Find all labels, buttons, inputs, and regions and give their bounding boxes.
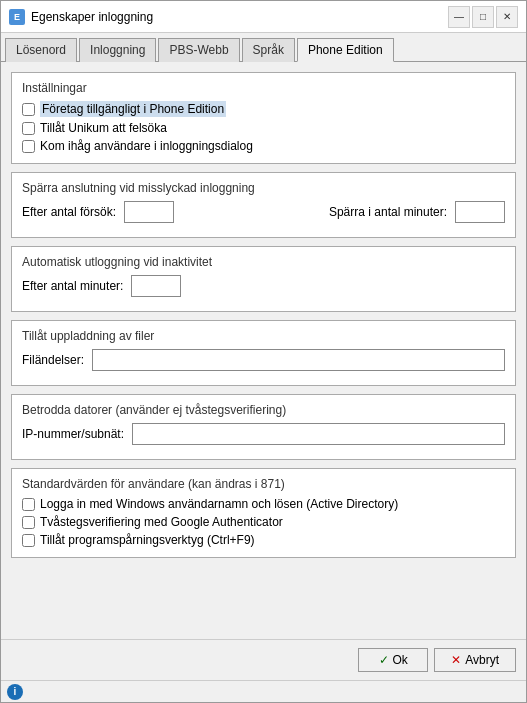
upload-title: Tillåt uppladdning av filer [22, 329, 505, 343]
title-controls: — □ ✕ [448, 6, 518, 28]
tab-inloggning[interactable]: Inloggning [79, 38, 156, 62]
upload-row: Filändelser: [22, 349, 505, 371]
after-attempts-input[interactable] [124, 201, 174, 223]
settings-title: Inställningar [22, 81, 505, 95]
checkbox-2fa-label: Tvåstegsverifiering med Google Authentic… [40, 515, 283, 529]
checkbox-row-debug: Tillåt programspårningsverktyg (Ctrl+F9) [22, 533, 505, 547]
content-area: Inställningar Företag tillgängligt i Pho… [1, 62, 526, 639]
cancel-label: Avbryt [465, 653, 499, 667]
app-icon: E [9, 9, 25, 25]
cancel-button[interactable]: ✕ Avbryt [434, 648, 516, 672]
checkbox-ad[interactable] [22, 498, 35, 511]
auto-logout-section: Automatisk utloggning vid inaktivitet Ef… [11, 246, 516, 312]
block-connection-section: Spärra anslutning vid misslyckad inloggn… [11, 172, 516, 238]
settings-section: Inställningar Företag tillgängligt i Pho… [11, 72, 516, 164]
ok-button[interactable]: ✓ Ok [358, 648, 428, 672]
tab-losenord[interactable]: Lösenord [5, 38, 77, 62]
block-minutes-input[interactable] [455, 201, 505, 223]
window-title: Egenskaper inloggning [31, 10, 153, 24]
checkbox-row-company: Företag tillgängligt i Phone Edition [22, 101, 505, 117]
checkbox-company[interactable] [22, 103, 35, 116]
checkbox-row-2fa: Tvåstegsverifiering med Google Authentic… [22, 515, 505, 529]
checkbox-debug[interactable] [22, 534, 35, 547]
ok-label: Ok [393, 653, 408, 667]
tab-bar: Lösenord Inloggning PBS-Webb Språk Phone… [1, 33, 526, 62]
title-bar-left: E Egenskaper inloggning [9, 9, 153, 25]
checkbox-debug-label: Tillåt programspårningsverktyg (Ctrl+F9) [40, 533, 255, 547]
minimize-button[interactable]: — [448, 6, 470, 28]
extensions-label: Filändelser: [22, 353, 84, 367]
tab-sprak[interactable]: Språk [242, 38, 295, 62]
after-attempts-label: Efter antal försök: [22, 205, 116, 219]
checkbox-unikum[interactable] [22, 122, 35, 135]
checkbox-remember-label: Kom ihåg användare i inloggningsdialog [40, 139, 253, 153]
maximize-button[interactable]: □ [472, 6, 494, 28]
after-minutes-label: Efter antal minuter: [22, 279, 123, 293]
tab-pbs-webb[interactable]: PBS-Webb [158, 38, 239, 62]
after-minutes-input[interactable] [131, 275, 181, 297]
defaults-title: Standardvärden för användare (kan ändras… [22, 477, 505, 491]
extensions-input[interactable] [92, 349, 505, 371]
footer: ✓ Ok ✕ Avbryt [1, 639, 526, 680]
ip-label: IP-nummer/subnät: [22, 427, 124, 441]
status-bar: i [1, 680, 526, 702]
checkbox-row-unikum: Tillåt Unikum att felsöka [22, 121, 505, 135]
checkbox-2fa[interactable] [22, 516, 35, 529]
block-minutes-label: Spärra i antal minuter: [329, 205, 447, 219]
block-connection-title: Spärra anslutning vid misslyckad inloggn… [22, 181, 505, 195]
checkbox-company-label: Företag tillgängligt i Phone Edition [40, 101, 226, 117]
checkbox-row-remember: Kom ihåg användare i inloggningsdialog [22, 139, 505, 153]
status-info-icon: i [7, 684, 23, 700]
trusted-row: IP-nummer/subnät: [22, 423, 505, 445]
auto-logout-row: Efter antal minuter: [22, 275, 505, 297]
cancel-icon: ✕ [451, 653, 461, 667]
ip-input[interactable] [132, 423, 505, 445]
tab-phone-edition[interactable]: Phone Edition [297, 38, 394, 62]
checkbox-unikum-label: Tillåt Unikum att felsöka [40, 121, 167, 135]
checkbox-row-ad: Logga in med Windows användarnamn och lö… [22, 497, 505, 511]
main-window: E Egenskaper inloggning — □ ✕ Lösenord I… [0, 0, 527, 703]
title-bar: E Egenskaper inloggning — □ ✕ [1, 1, 526, 33]
checkbox-ad-label: Logga in med Windows användarnamn och lö… [40, 497, 398, 511]
close-button[interactable]: ✕ [496, 6, 518, 28]
checkbox-remember[interactable] [22, 140, 35, 153]
trusted-title: Betrodda datorer (använder ej tvåstegsve… [22, 403, 505, 417]
block-connection-row: Efter antal försök: Spärra i antal minut… [22, 201, 505, 223]
auto-logout-title: Automatisk utloggning vid inaktivitet [22, 255, 505, 269]
trusted-section: Betrodda datorer (använder ej tvåstegsve… [11, 394, 516, 460]
upload-section: Tillåt uppladdning av filer Filändelser: [11, 320, 516, 386]
ok-icon: ✓ [379, 653, 389, 667]
defaults-section: Standardvärden för användare (kan ändras… [11, 468, 516, 558]
